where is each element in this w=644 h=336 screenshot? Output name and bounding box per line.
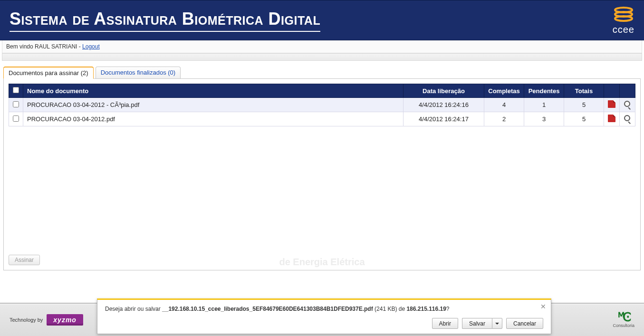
sign-button[interactable]: Assinar bbox=[9, 255, 40, 265]
xyzmo-logo: xyzmo bbox=[47, 314, 83, 326]
dl-prefix: Deseja abrir ou salvar bbox=[105, 306, 162, 312]
col-pdf bbox=[604, 84, 620, 98]
save-dropdown-button[interactable] bbox=[492, 318, 502, 329]
zoom-icon[interactable] bbox=[624, 100, 631, 108]
download-message: Deseja abrir ou salvar __192.168.10.15_c… bbox=[105, 306, 543, 312]
app-header: Sistema de Assinatura Biométrica Digital… bbox=[0, 0, 644, 40]
row-checkbox[interactable] bbox=[13, 101, 19, 107]
ccee-logo: ccee bbox=[613, 5, 634, 35]
documents-table: Nome do documento Data liberação Complet… bbox=[9, 84, 635, 126]
col-total: Totais bbox=[564, 84, 604, 98]
select-all-checkbox[interactable] bbox=[13, 87, 19, 93]
welcome-text: Bem vindo RAUL SATRIANI - bbox=[6, 43, 82, 50]
col-complete: Completas bbox=[484, 84, 524, 98]
cell-pending: 1 bbox=[524, 98, 564, 112]
col-pending: Pendentes bbox=[524, 84, 564, 98]
cell-date: 4/4/2012 16:24:16 bbox=[404, 98, 484, 112]
toolbar-strip bbox=[2, 53, 642, 61]
pdf-icon[interactable] bbox=[608, 100, 615, 108]
tab-to-sign[interactable]: Documentos para assinar (2) bbox=[3, 67, 94, 79]
row-checkbox[interactable] bbox=[13, 115, 19, 122]
cell-date: 4/4/2012 16:24:17 bbox=[404, 112, 484, 126]
close-icon[interactable]: ✕ bbox=[540, 303, 546, 310]
zoom-icon[interactable] bbox=[624, 115, 631, 122]
technology-by: Technology by xyzmo bbox=[10, 314, 83, 326]
cell-pending: 3 bbox=[524, 112, 564, 126]
tabs: Documentos para assinar (2) Documentos f… bbox=[3, 67, 641, 78]
save-button[interactable]: Salvar bbox=[462, 318, 492, 329]
app-title: Sistema de Assinatura Biométrica Digital bbox=[10, 9, 320, 32]
cancel-button[interactable]: Cancelar bbox=[506, 318, 543, 329]
col-view bbox=[620, 84, 635, 98]
cell-total: 5 bbox=[564, 112, 604, 126]
open-button[interactable]: Abrir bbox=[432, 318, 458, 329]
save-split-button: Salvar bbox=[462, 318, 502, 329]
download-notification: ✕ Deseja abrir ou salvar __192.168.10.15… bbox=[97, 298, 551, 334]
cell-name: PROCURACAO 03-04-2012.pdf bbox=[23, 112, 404, 126]
col-date: Data liberação bbox=[404, 84, 484, 98]
col-select-all[interactable] bbox=[9, 84, 23, 98]
table-row[interactable]: PROCURACAO 03-04-2012.pdf 4/4/2012 16:24… bbox=[9, 112, 635, 126]
svg-point-2 bbox=[615, 16, 632, 21]
table-row[interactable]: PROCURACAO 03-04-2012 - CÃ³pia.pdf 4/4/2… bbox=[9, 98, 635, 112]
dl-filename: __192.168.10.15_ccee_liberados_5EF84679E… bbox=[162, 306, 373, 312]
mc-logo-icon: ᴹϾ bbox=[618, 312, 629, 323]
mc-consultoria-logo: ᴹϾ Consultoria bbox=[613, 312, 634, 327]
tab-finalized[interactable]: Documentos finalizados (0) bbox=[96, 67, 181, 78]
dl-size: (241 KB) de bbox=[373, 306, 407, 312]
cell-complete: 2 bbox=[484, 112, 524, 126]
mc-logo-text: Consultoria bbox=[613, 323, 634, 328]
cell-name: PROCURACAO 03-04-2012 - CÃ³pia.pdf bbox=[23, 98, 404, 112]
cell-complete: 4 bbox=[484, 98, 524, 112]
panel-to-sign: Nome do documento Data liberação Complet… bbox=[3, 78, 641, 270]
col-name: Nome do documento bbox=[23, 84, 404, 98]
user-bar: Bem vindo RAUL SATRIANI - Logout bbox=[2, 40, 642, 53]
dl-host: 186.215.116.19 bbox=[406, 306, 446, 312]
tech-label: Technology by bbox=[10, 317, 43, 323]
ccee-logo-icon bbox=[614, 5, 634, 23]
download-actions: Abrir Salvar Cancelar bbox=[105, 318, 543, 329]
cell-total: 5 bbox=[564, 98, 604, 112]
content: Documentos para assinar (2) Documentos f… bbox=[0, 62, 644, 270]
dl-q: ? bbox=[446, 306, 450, 312]
ccee-logo-text: ccee bbox=[613, 24, 634, 35]
logout-link[interactable]: Logout bbox=[82, 43, 100, 50]
pdf-icon[interactable] bbox=[608, 115, 615, 122]
